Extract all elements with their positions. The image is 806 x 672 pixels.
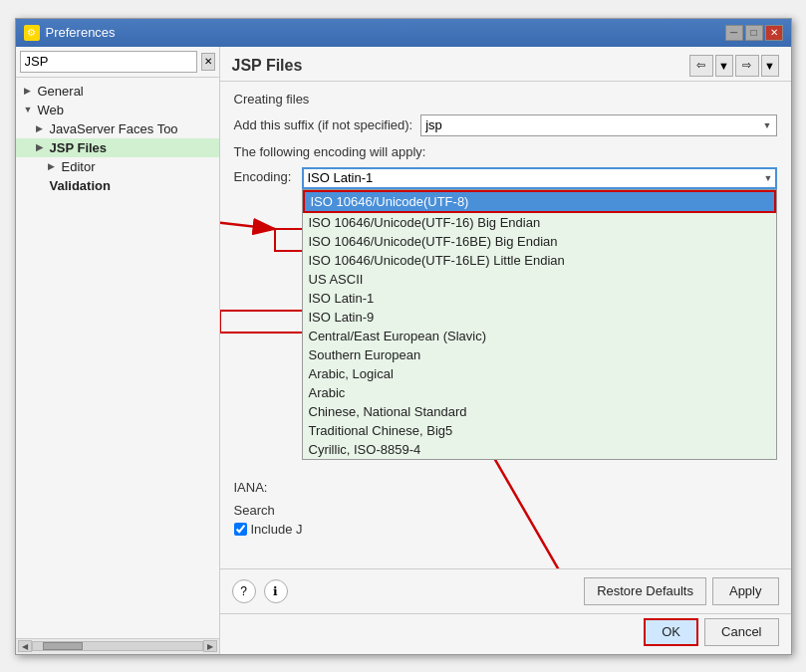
maximize-button[interactable]: □	[745, 25, 763, 41]
encoding-label: Encoding:	[234, 167, 294, 184]
forward-dropdown-button[interactable]: ▼	[761, 55, 779, 77]
dropdown-item-southern[interactable]: Southern European	[303, 345, 776, 364]
tree-item-validation[interactable]: Validation	[16, 176, 219, 195]
tree-item-jsp-files[interactable]: ▶ JSP Files	[16, 138, 219, 157]
info-button[interactable]: ℹ	[264, 579, 288, 603]
preferences-dialog: ⚙ Preferences ─ □ ✕ ✕ ▶ General ▼	[15, 18, 792, 655]
right-content: Creating files Add this suffix (if not s…	[220, 82, 791, 568]
expand-icon-jsf: ▶	[36, 123, 46, 133]
dropdown-item-chinese-trad[interactable]: Traditional Chinese, Big5	[303, 421, 776, 440]
page-title: JSP Files	[232, 57, 303, 75]
iana-row: IANA:	[234, 478, 777, 495]
search-section-label: Search	[234, 503, 777, 518]
tree-label-validation: Validation	[50, 178, 111, 193]
right-panel: JSP Files ⇦ ▼ ⇨ ▼ Creating files Add thi…	[220, 47, 791, 654]
app-icon: ⚙	[24, 25, 40, 41]
dropdown-item-utf16be2[interactable]: ISO 10646/Unicode(UTF-16BE) Big Endian	[303, 232, 776, 251]
main-content: ✕ ▶ General ▼ Web ▶ JavaServer Faces Too…	[16, 47, 791, 654]
dropdown-item-usascii[interactable]: US ASCII	[303, 270, 776, 289]
encoding-apply-label: The following encoding will apply:	[234, 144, 777, 159]
horizontal-scrollbar[interactable]: ◀ ▶	[16, 638, 219, 654]
tree-item-editor[interactable]: ▶ Editor	[16, 157, 219, 176]
search-clear-button[interactable]: ✕	[201, 53, 215, 71]
expand-icon-general: ▶	[24, 86, 34, 96]
ok-cancel-bar: OK Cancel	[220, 613, 791, 654]
search-section: Search Include J	[234, 503, 777, 537]
dropdown-item-latin1[interactable]: ISO Latin-1	[303, 289, 776, 308]
tree-item-web[interactable]: ▼ Web	[16, 101, 219, 119]
encoding-dropdown-list[interactable]: ISO 10646/Unicode(UTF-8) ISO 10646/Unico…	[302, 189, 777, 460]
creating-files-label: Creating files	[234, 92, 777, 107]
ok-button[interactable]: OK	[644, 618, 698, 646]
dropdown-item-latin9[interactable]: ISO Latin-9	[303, 308, 776, 327]
close-button[interactable]: ✕	[765, 25, 783, 41]
bottom-icons: ? ℹ	[232, 579, 288, 603]
svg-line-1	[220, 206, 275, 229]
tree-label-editor: Editor	[62, 159, 96, 174]
suffix-select-wrapper: jsp	[420, 114, 776, 136]
search-input[interactable]	[20, 51, 197, 73]
encoding-select-wrapper: ISO Latin-1 ISO 10646/Unicode(UTF-8) ISO…	[302, 167, 777, 189]
title-bar-left: ⚙ Preferences	[24, 25, 116, 41]
scroll-left-button[interactable]: ◀	[18, 640, 32, 652]
dropdown-item-arabic-logical[interactable]: Arabic, Logical	[303, 364, 776, 383]
tree-label-jsf: JavaServer Faces Too	[50, 121, 178, 136]
suffix-value: jsp	[425, 117, 442, 132]
expand-icon-jsp: ▶	[36, 142, 46, 152]
suffix-label: Add this suffix (if not specified):	[234, 117, 413, 132]
encoding-value: ISO Latin-1	[308, 170, 374, 185]
dropdown-item-arabic[interactable]: Arabic	[303, 383, 776, 402]
dropdown-item-cyrillic[interactable]: Cyrillic, ISO-8859-4	[303, 440, 776, 459]
bottom-bar: ? ℹ Restore Defaults Apply	[220, 568, 791, 613]
dropdown-item-utf16le[interactable]: ISO 10646/Unicode(UTF-16LE) Little Endia…	[303, 251, 776, 270]
dropdown-item-slavic[interactable]: Central/East European (Slavic)	[303, 327, 776, 345]
dropdown-item-utf8[interactable]: ISO 10646/Unicode(UTF-8)	[303, 190, 776, 213]
dropdown-item-chinese-nat[interactable]: Chinese, National Standard	[303, 402, 776, 421]
apply-button[interactable]: Apply	[712, 577, 779, 605]
tree-label-general: General	[38, 84, 84, 99]
scroll-track[interactable]	[32, 641, 203, 651]
include-checkbox[interactable]	[234, 523, 247, 536]
action-buttons: Restore Defaults Apply	[584, 577, 778, 605]
back-dropdown-button[interactable]: ▼	[715, 55, 733, 77]
restore-defaults-button[interactable]: Restore Defaults	[584, 577, 706, 605]
scroll-thumb[interactable]	[43, 642, 83, 650]
encoding-row: Encoding: ISO Latin-1 ISO 10646/Unicode(…	[234, 167, 777, 189]
forward-button[interactable]: ⇨	[735, 55, 759, 77]
cancel-button[interactable]: Cancel	[704, 618, 778, 646]
window-controls: ─ □ ✕	[725, 25, 783, 41]
expand-icon-editor: ▶	[48, 161, 58, 171]
title-bar: ⚙ Preferences ─ □ ✕	[16, 19, 791, 47]
scroll-right-button[interactable]: ▶	[203, 640, 217, 652]
tree: ▶ General ▼ Web ▶ JavaServer Faces Too ▶…	[16, 78, 219, 638]
right-header: JSP Files ⇦ ▼ ⇨ ▼	[220, 47, 791, 82]
search-bar: ✕	[16, 47, 219, 78]
left-panel: ✕ ▶ General ▼ Web ▶ JavaServer Faces Too…	[16, 47, 220, 654]
help-button[interactable]: ?	[232, 579, 256, 603]
dialog-title: Preferences	[46, 25, 116, 40]
suffix-row: Add this suffix (if not specified): jsp	[234, 114, 777, 136]
tree-label-jsp: JSP Files	[50, 140, 108, 155]
iana-label: IANA:	[234, 478, 294, 495]
include-checkbox-row: Include J	[234, 522, 777, 537]
navigation-buttons: ⇦ ▼ ⇨ ▼	[689, 55, 779, 77]
tree-label-web: Web	[38, 103, 65, 117]
minimize-button[interactable]: ─	[725, 25, 743, 41]
back-button[interactable]: ⇦	[689, 55, 713, 77]
tree-item-jsf[interactable]: ▶ JavaServer Faces Too	[16, 119, 219, 138]
tree-item-general[interactable]: ▶ General	[16, 82, 219, 101]
include-label: Include J	[251, 522, 303, 537]
dropdown-item-utf16be[interactable]: ISO 10646/Unicode(UTF-16) Big Endian	[303, 213, 776, 232]
encoding-select[interactable]: ISO Latin-1	[302, 167, 777, 189]
expand-icon-web: ▼	[24, 105, 34, 114]
suffix-select[interactable]: jsp	[420, 114, 776, 136]
